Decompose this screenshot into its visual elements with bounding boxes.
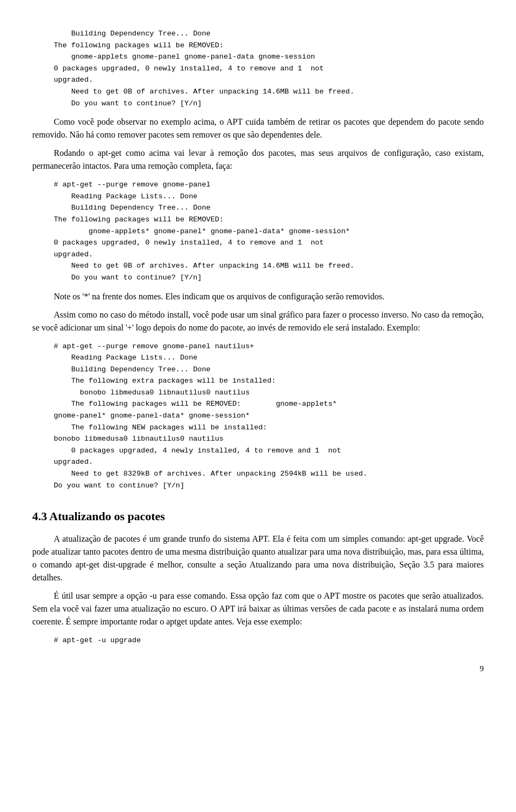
section-heading-43: 4.3 Atualizando os pacotes [32, 507, 484, 525]
code-block-4: # apt-get -u upgrade [54, 635, 484, 646]
paragraph-3: Note os '*' na frente dos nomes. Eles in… [32, 290, 484, 303]
code-block-3: # apt-get --purge remove gnome-panel nau… [54, 341, 484, 492]
code-block-2: # apt-get --purge remove gnome-panel Rea… [54, 179, 484, 283]
paragraph-6: É útil usar sempre a opção -u para esse … [32, 590, 484, 628]
paragraph-1: Como você pode observar no exemplo acima… [32, 116, 484, 141]
paragraph-5: A atualização de pacotes é um grande tru… [32, 533, 484, 584]
paragraph-4: Assim como no caso do método install, vo… [32, 308, 484, 334]
content-page: Building Dependency Tree... Done The fol… [32, 28, 484, 674]
code-block-1: Building Dependency Tree... Done The fol… [54, 28, 484, 109]
page-number: 9 [32, 663, 484, 675]
paragraph-2: Rodando o apt-get como acima vai levar à… [32, 147, 484, 173]
